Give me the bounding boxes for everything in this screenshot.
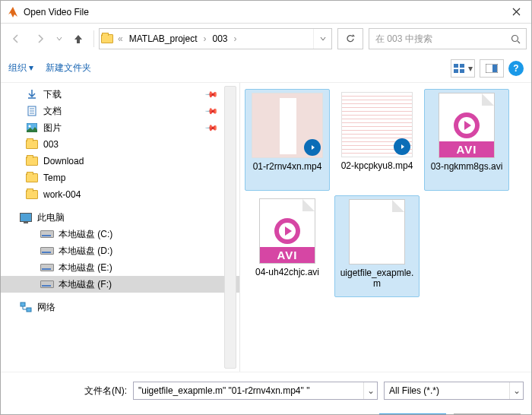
svg-rect-1 <box>454 64 458 68</box>
svg-point-9 <box>29 125 31 128</box>
folder-icon <box>100 28 115 49</box>
file-item[interactable]: 01-r2rnv4xn.mp4 <box>245 89 330 191</box>
folder-icon <box>25 172 39 184</box>
pin-icon: 📌 <box>204 120 218 135</box>
folder-icon <box>25 155 39 167</box>
svg-point-0 <box>511 35 518 41</box>
disk-icon <box>40 261 54 274</box>
svg-rect-10 <box>21 303 25 306</box>
filename-input[interactable]: "uigetfile_exapmle.m" "01-r2rnv4xn.mp4" … <box>133 382 378 400</box>
video-thumbnail <box>341 92 413 157</box>
breadcrumb-sep-1[interactable]: › <box>201 33 210 44</box>
file-item[interactable]: uigetfile_exapmle.m <box>334 195 420 297</box>
file-item[interactable]: 02-kpcpkyu8.mp4 <box>334 89 420 191</box>
tree-network[interactable]: 网络 <box>1 299 239 315</box>
search-input[interactable]: 在 003 中搜索 <box>369 28 527 49</box>
svg-rect-2 <box>460 64 464 68</box>
file-name: 04-uh42chjc.avi <box>248 267 327 277</box>
file-grid[interactable]: 01-r2rnv4xn.mp4 02-kpcpkyu8.mp4 AVI 03-n… <box>240 83 531 372</box>
folder-tree[interactable]: 下载📌 文档📌 图片📌 003 Download Temp work-004 此… <box>1 83 240 372</box>
tree-disk-d[interactable]: 本地磁盘 (D:) <box>1 242 239 259</box>
svg-rect-4 <box>460 69 464 73</box>
tree-disk-c[interactable]: 本地磁盘 (C:) <box>1 226 239 242</box>
search-icon[interactable] <box>505 29 526 49</box>
preview-button[interactable] <box>480 59 504 78</box>
tree-disk-f[interactable]: 本地磁盘 (F:) <box>1 276 239 293</box>
back-button[interactable] <box>5 28 27 49</box>
tree-downloads[interactable]: 下载📌 <box>1 86 239 103</box>
video-thumbnail <box>252 93 323 158</box>
window-title: Open Video File <box>24 7 501 17</box>
svg-rect-6 <box>492 65 497 72</box>
folder-icon <box>25 188 39 201</box>
help-button[interactable]: ? <box>508 61 524 76</box>
disk-icon <box>40 228 54 240</box>
network-icon <box>19 301 33 313</box>
pin-icon: 📌 <box>204 103 218 118</box>
tree-pictures[interactable]: 图片📌 <box>1 119 239 136</box>
picture-icon <box>25 122 39 134</box>
file-name: 01-r2rnv4xn.mp4 <box>249 161 326 172</box>
mfile-icon <box>349 199 405 265</box>
newfolder-button[interactable]: 新建文件夹 <box>46 62 91 74</box>
tree-thispc[interactable]: 此电脑 <box>1 209 239 226</box>
address-bar[interactable]: « MATLAB_project › 003 › <box>99 28 332 49</box>
disk-icon <box>40 278 54 290</box>
breadcrumb-root-chevron[interactable]: « <box>115 33 126 44</box>
organize-menu[interactable]: 组织 ▾ <box>8 62 33 74</box>
tree-temp[interactable]: Temp <box>1 169 239 186</box>
avi-icon: AVI <box>439 93 495 158</box>
document-icon <box>25 105 39 117</box>
breadcrumb-2[interactable]: 003 <box>210 33 231 44</box>
monitor-icon <box>19 211 33 223</box>
search-placeholder: 在 003 中搜索 <box>369 33 505 46</box>
tree-003[interactable]: 003 <box>1 136 239 153</box>
tree-download[interactable]: Download <box>1 153 239 169</box>
matlab-icon <box>7 6 19 18</box>
filetype-select[interactable]: All Files (*.*)⌄ <box>384 382 524 400</box>
address-dropdown[interactable] <box>313 29 331 49</box>
forward-button[interactable] <box>30 28 51 49</box>
disk-icon <box>40 245 54 257</box>
chevron-down-icon[interactable]: ⌄ <box>363 382 377 399</box>
pin-icon: 📌 <box>204 87 218 101</box>
up-button[interactable] <box>68 28 89 49</box>
play-overlay-icon <box>394 138 410 155</box>
file-name: 02-kpcpkyu8.mp4 <box>337 160 416 171</box>
svg-rect-3 <box>454 69 458 73</box>
refresh-button[interactable] <box>337 28 363 49</box>
breadcrumb-sep-2[interactable]: › <box>231 33 240 44</box>
history-dropdown[interactable] <box>54 28 65 49</box>
file-item[interactable]: AVI 04-uh42chjc.avi <box>245 195 330 297</box>
tree-work[interactable]: work-004 <box>1 186 239 203</box>
tree-disk-e[interactable]: 本地磁盘 (E:) <box>1 259 239 276</box>
view-mode-button[interactable]: ▾ <box>451 59 475 78</box>
play-overlay-icon <box>304 139 321 156</box>
close-button[interactable] <box>501 1 531 24</box>
avi-icon: AVI <box>259 198 315 264</box>
file-name: uigetfile_exapmle.m <box>338 268 416 289</box>
file-name: 03-ngkmm8gs.avi <box>428 161 505 172</box>
svg-rect-11 <box>27 308 31 312</box>
breadcrumb-1[interactable]: MATLAB_project <box>126 33 201 44</box>
file-item[interactable]: AVI 03-ngkmm8gs.avi <box>424 89 509 191</box>
tree-documents[interactable]: 文档📌 <box>1 103 239 119</box>
chevron-down-icon[interactable]: ⌄ <box>509 382 523 399</box>
folder-icon <box>25 138 39 150</box>
filename-label: 文件名(N): <box>84 385 127 398</box>
download-icon <box>25 88 39 100</box>
